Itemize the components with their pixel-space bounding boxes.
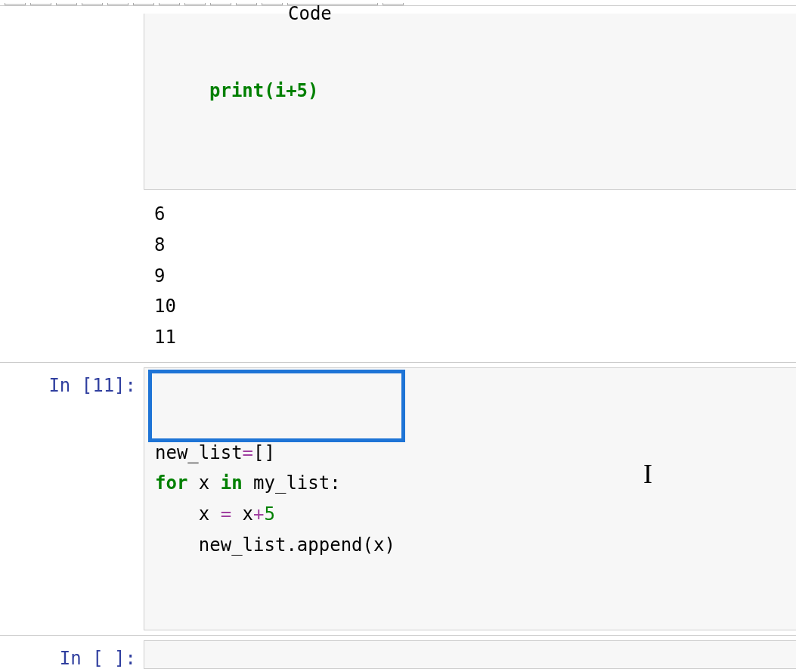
toolbar-button[interactable] — [30, 3, 51, 5]
toolbar-button[interactable] — [262, 3, 283, 5]
code-token: print(i+5) — [209, 80, 319, 101]
text-cursor-icon: I — [643, 451, 650, 497]
code-token: = — [243, 442, 253, 463]
output-text: 6 8 9 10 11 — [144, 194, 796, 358]
toolbar-button[interactable] — [184, 3, 206, 5]
code-token: in — [221, 472, 243, 494]
code-token: my_list: — [243, 472, 341, 494]
toolbar: Code — [0, 0, 796, 6]
input-prompt: In [ ]: — [0, 640, 144, 669]
output-prompt — [0, 194, 144, 202]
cell-type-select[interactable]: Code — [287, 3, 378, 5]
code-editor[interactable] — [144, 640, 796, 669]
notebook-container: print(i+5) 6 8 9 10 11 In [11]: new_list… — [0, 6, 796, 672]
code-token: new_list — [155, 442, 243, 463]
code-token: 5 — [265, 503, 275, 525]
code-cell-fragment[interactable]: print(i+5) — [144, 14, 796, 190]
code-token: x — [231, 503, 253, 525]
code-token: for — [155, 472, 187, 494]
selection-highlight — [148, 370, 405, 442]
toolbar-button[interactable] — [236, 3, 257, 5]
code-cell[interactable]: In [ ]: — [0, 636, 796, 672]
toolbar-button[interactable] — [133, 3, 154, 5]
output-cell: 6 8 9 10 11 — [0, 190, 796, 362]
code-token: = — [221, 503, 231, 525]
toolbar-button[interactable] — [159, 3, 180, 5]
toolbar-button[interactable] — [5, 3, 26, 5]
code-token: x — [155, 503, 221, 525]
code-token: new_list.append(x) — [155, 534, 395, 556]
code-token: x — [187, 472, 220, 494]
toolbar-button[interactable] — [56, 3, 77, 5]
code-cell[interactable]: In [11]: new_list=[] for x in my_list: x… — [0, 362, 796, 635]
code-token: + — [253, 503, 264, 525]
code-editor[interactable]: new_list=[] for x in my_list: x = x+5 ne… — [144, 367, 796, 630]
toolbar-button[interactable] — [210, 3, 231, 5]
toolbar-button[interactable] — [107, 3, 129, 5]
input-prompt: In [11]: — [0, 367, 144, 396]
code-token: [] — [253, 442, 275, 463]
toolbar-button[interactable] — [82, 3, 103, 5]
toolbar-button[interactable] — [383, 3, 404, 5]
